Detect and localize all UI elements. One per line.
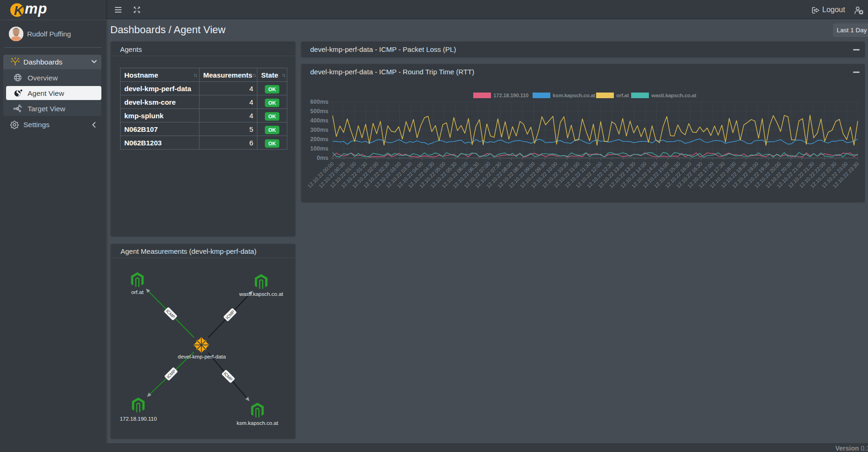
svg-text:orf.at: orf.at [616,93,629,98]
svg-text:400ms: 400ms [310,117,328,124]
svg-text:200ms: 200ms [310,136,328,143]
svg-text:172.18.190.110: 172.18.190.110 [493,93,528,98]
svg-text:300ms: 300ms [310,127,328,133]
svg-text:wasti.kapsch.co.at: wasti.kapsch.co.at [651,93,697,98]
svg-text:orf.at: orf.at [131,289,144,295]
svg-text:ksm.kapsch.co.at: ksm.kapsch.co.at [553,93,596,98]
svg-text:500ms: 500ms [310,108,328,115]
svg-text:0ms: 0ms [317,155,328,161]
svg-text:wasti.kapsch.co.at: wasti.kapsch.co.at [239,291,284,297]
svg-text:600ms: 600ms [310,99,328,105]
svg-text:172.18.190.110: 172.18.190.110 [120,416,157,422]
svg-text:100ms: 100ms [310,145,328,152]
svg-text:devel-kmp-perf-data: devel-kmp-perf-data [178,354,227,359]
svg-text:ksm.kapsch.co.at: ksm.kapsch.co.at [237,420,279,426]
